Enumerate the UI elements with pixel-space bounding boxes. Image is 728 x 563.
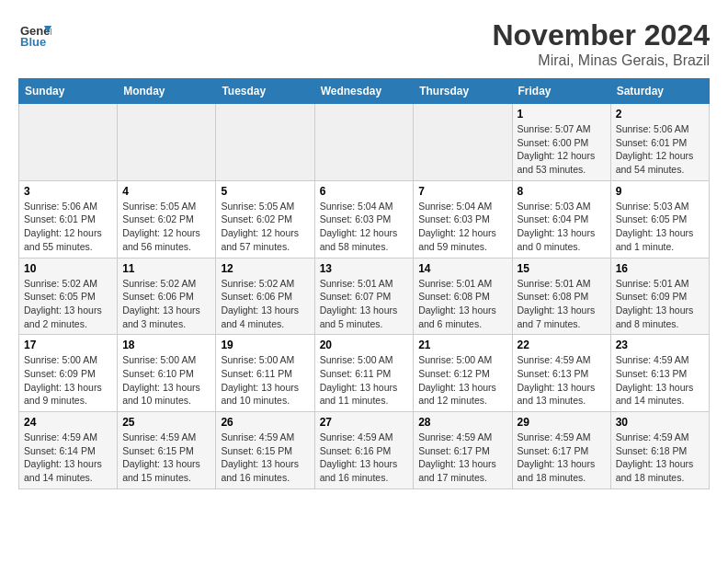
- day-number: 24: [24, 416, 112, 429]
- calendar-header: SundayMondayTuesdayWednesdayThursdayFrid…: [19, 79, 710, 104]
- day-number: 28: [418, 416, 506, 429]
- day-number: 27: [320, 416, 409, 429]
- day-number: 4: [122, 185, 210, 198]
- calendar-cell: 23Sunrise: 4:59 AMSunset: 6:13 PMDayligh…: [610, 335, 709, 412]
- day-info: Sunrise: 5:02 AMSunset: 6:06 PMDaylight:…: [122, 277, 210, 331]
- day-info: Sunrise: 5:02 AMSunset: 6:05 PMDaylight:…: [24, 277, 112, 331]
- day-number: 12: [221, 262, 309, 275]
- calendar-cell: 6Sunrise: 5:04 AMSunset: 6:03 PMDaylight…: [314, 180, 414, 258]
- day-number: 14: [418, 262, 506, 275]
- day-info: Sunrise: 5:03 AMSunset: 6:04 PMDaylight:…: [518, 200, 606, 254]
- calendar-cell: 2Sunrise: 5:06 AMSunset: 6:01 PMDaylight…: [610, 104, 709, 181]
- calendar-cell: 15Sunrise: 5:01 AMSunset: 6:08 PMDayligh…: [512, 258, 610, 335]
- calendar-cell: 13Sunrise: 5:01 AMSunset: 6:07 PMDayligh…: [314, 258, 414, 335]
- logo-icon: General Blue: [18, 18, 51, 52]
- day-number: 25: [122, 416, 210, 429]
- day-info: Sunrise: 5:07 AMSunset: 6:00 PMDaylight:…: [518, 122, 606, 177]
- day-info: Sunrise: 4:59 AMSunset: 6:15 PMDaylight:…: [122, 431, 210, 485]
- calendar-cell: [314, 104, 414, 181]
- calendar-cell: [118, 104, 216, 181]
- calendar-cell: 27Sunrise: 4:59 AMSunset: 6:16 PMDayligh…: [314, 412, 414, 489]
- day-info: Sunrise: 4:59 AMSunset: 6:16 PMDaylight:…: [320, 431, 409, 485]
- day-of-week-header: Thursday: [414, 79, 512, 104]
- calendar-cell: 3Sunrise: 5:06 AMSunset: 6:01 PMDaylight…: [19, 180, 118, 258]
- day-info: Sunrise: 5:00 AMSunset: 6:11 PMDaylight:…: [221, 353, 309, 408]
- header-row: SundayMondayTuesdayWednesdayThursdayFrid…: [19, 79, 710, 104]
- calendar-cell: 9Sunrise: 5:03 AMSunset: 6:05 PMDaylight…: [610, 180, 709, 258]
- day-info: Sunrise: 5:01 AMSunset: 6:08 PMDaylight:…: [418, 277, 506, 331]
- day-info: Sunrise: 5:01 AMSunset: 6:07 PMDaylight:…: [320, 277, 409, 331]
- day-info: Sunrise: 5:04 AMSunset: 6:03 PMDaylight:…: [320, 200, 409, 254]
- day-info: Sunrise: 5:05 AMSunset: 6:02 PMDaylight:…: [122, 200, 210, 254]
- day-number: 1: [518, 108, 606, 121]
- day-number: 6: [320, 185, 409, 198]
- day-number: 2: [616, 108, 704, 121]
- calendar-cell: 18Sunrise: 5:00 AMSunset: 6:10 PMDayligh…: [118, 335, 216, 412]
- day-number: 3: [24, 185, 112, 198]
- calendar-cell: 8Sunrise: 5:03 AMSunset: 6:04 PMDaylight…: [512, 180, 610, 258]
- day-info: Sunrise: 4:59 AMSunset: 6:13 PMDaylight:…: [616, 353, 704, 408]
- calendar-cell: 17Sunrise: 5:00 AMSunset: 6:09 PMDayligh…: [19, 335, 118, 412]
- day-number: 11: [122, 262, 210, 275]
- day-info: Sunrise: 4:59 AMSunset: 6:13 PMDaylight:…: [518, 353, 606, 408]
- day-info: Sunrise: 5:02 AMSunset: 6:06 PMDaylight:…: [221, 277, 309, 331]
- calendar-table: SundayMondayTuesdayWednesdayThursdayFrid…: [18, 78, 710, 489]
- day-number: 16: [616, 262, 704, 275]
- day-number: 9: [616, 185, 704, 198]
- day-number: 23: [616, 339, 704, 351]
- calendar-cell: 24Sunrise: 4:59 AMSunset: 6:14 PMDayligh…: [19, 412, 118, 489]
- calendar-cell: 10Sunrise: 5:02 AMSunset: 6:05 PMDayligh…: [19, 258, 118, 335]
- calendar-cell: 26Sunrise: 4:59 AMSunset: 6:15 PMDayligh…: [216, 412, 314, 489]
- page-header: General Blue November 2024 Mirai, Minas …: [18, 18, 710, 69]
- calendar-cell: 4Sunrise: 5:05 AMSunset: 6:02 PMDaylight…: [118, 180, 216, 258]
- day-number: 30: [616, 416, 704, 429]
- calendar-cell: 19Sunrise: 5:00 AMSunset: 6:11 PMDayligh…: [216, 335, 314, 412]
- day-of-week-header: Sunday: [19, 79, 118, 104]
- day-info: Sunrise: 5:00 AMSunset: 6:11 PMDaylight:…: [320, 353, 409, 408]
- month-title: November 2024: [492, 18, 710, 52]
- calendar-cell: 29Sunrise: 4:59 AMSunset: 6:17 PMDayligh…: [512, 412, 610, 489]
- day-number: 21: [418, 339, 506, 351]
- day-number: 8: [518, 185, 606, 198]
- day-info: Sunrise: 5:05 AMSunset: 6:02 PMDaylight:…: [221, 200, 309, 254]
- day-info: Sunrise: 5:06 AMSunset: 6:01 PMDaylight:…: [24, 200, 112, 254]
- calendar-week-row: 10Sunrise: 5:02 AMSunset: 6:05 PMDayligh…: [19, 258, 710, 335]
- day-info: Sunrise: 4:59 AMSunset: 6:14 PMDaylight:…: [24, 431, 112, 485]
- day-info: Sunrise: 5:00 AMSunset: 6:12 PMDaylight:…: [418, 353, 506, 408]
- calendar-cell: [216, 104, 314, 181]
- svg-text:Blue: Blue: [20, 35, 46, 49]
- calendar-cell: [414, 104, 512, 181]
- day-number: 10: [24, 262, 112, 275]
- calendar-cell: 1Sunrise: 5:07 AMSunset: 6:00 PMDaylight…: [512, 104, 610, 181]
- calendar-cell: 16Sunrise: 5:01 AMSunset: 6:09 PMDayligh…: [610, 258, 709, 335]
- calendar-cell: 7Sunrise: 5:04 AMSunset: 6:03 PMDaylight…: [414, 180, 512, 258]
- calendar-cell: 5Sunrise: 5:05 AMSunset: 6:02 PMDaylight…: [216, 180, 314, 258]
- day-number: 26: [221, 416, 309, 429]
- calendar-cell: 11Sunrise: 5:02 AMSunset: 6:06 PMDayligh…: [118, 258, 216, 335]
- calendar-week-row: 17Sunrise: 5:00 AMSunset: 6:09 PMDayligh…: [19, 335, 710, 412]
- calendar-week-row: 3Sunrise: 5:06 AMSunset: 6:01 PMDaylight…: [19, 180, 710, 258]
- calendar-week-row: 1Sunrise: 5:07 AMSunset: 6:00 PMDaylight…: [19, 104, 710, 181]
- calendar-cell: 30Sunrise: 4:59 AMSunset: 6:18 PMDayligh…: [610, 412, 709, 489]
- day-number: 29: [518, 416, 606, 429]
- day-of-week-header: Saturday: [610, 79, 709, 104]
- day-info: Sunrise: 5:00 AMSunset: 6:09 PMDaylight:…: [24, 353, 112, 408]
- location: Mirai, Minas Gerais, Brazil: [492, 52, 710, 69]
- day-info: Sunrise: 5:01 AMSunset: 6:09 PMDaylight:…: [616, 277, 704, 331]
- day-of-week-header: Monday: [118, 79, 216, 104]
- day-of-week-header: Tuesday: [216, 79, 314, 104]
- day-info: Sunrise: 5:01 AMSunset: 6:08 PMDaylight:…: [518, 277, 606, 331]
- day-info: Sunrise: 4:59 AMSunset: 6:17 PMDaylight:…: [518, 431, 606, 485]
- day-info: Sunrise: 4:59 AMSunset: 6:18 PMDaylight:…: [616, 431, 704, 485]
- day-info: Sunrise: 4:59 AMSunset: 6:15 PMDaylight:…: [221, 431, 309, 485]
- day-of-week-header: Wednesday: [314, 79, 414, 104]
- calendar-cell: 14Sunrise: 5:01 AMSunset: 6:08 PMDayligh…: [414, 258, 512, 335]
- calendar-cell: 21Sunrise: 5:00 AMSunset: 6:12 PMDayligh…: [414, 335, 512, 412]
- title-block: November 2024 Mirai, Minas Gerais, Brazi…: [492, 18, 710, 69]
- calendar-cell: 28Sunrise: 4:59 AMSunset: 6:17 PMDayligh…: [414, 412, 512, 489]
- day-info: Sunrise: 5:04 AMSunset: 6:03 PMDaylight:…: [418, 200, 506, 254]
- day-number: 13: [320, 262, 409, 275]
- calendar-cell: 22Sunrise: 4:59 AMSunset: 6:13 PMDayligh…: [512, 335, 610, 412]
- logo: General Blue: [18, 18, 51, 52]
- day-number: 18: [122, 339, 210, 351]
